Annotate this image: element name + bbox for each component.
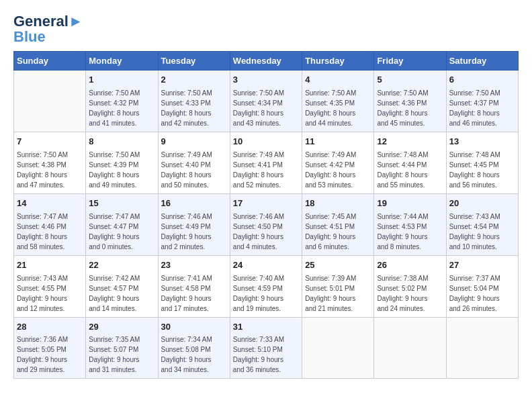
day-info: Sunrise: 7:48 AM Sunset: 4:44 PM Dayligh… <box>377 150 443 190</box>
calendar-cell: 19Sunrise: 7:44 AM Sunset: 4:53 PM Dayli… <box>374 193 446 255</box>
day-info: Sunrise: 7:43 AM Sunset: 4:55 PM Dayligh… <box>17 273 83 314</box>
day-info: Sunrise: 7:41 AM Sunset: 4:58 PM Dayligh… <box>161 273 227 314</box>
calendar-cell: 13Sunrise: 7:48 AM Sunset: 4:45 PM Dayli… <box>446 132 518 194</box>
day-info: Sunrise: 7:49 AM Sunset: 4:42 PM Dayligh… <box>305 150 371 190</box>
day-number: 9 <box>161 136 227 148</box>
calendar-cell: 17Sunrise: 7:46 AM Sunset: 4:50 PM Dayli… <box>230 193 302 255</box>
day-number: 6 <box>449 74 515 87</box>
day-info: Sunrise: 7:43 AM Sunset: 4:54 PM Dayligh… <box>449 212 515 252</box>
day-number: 2 <box>161 74 227 87</box>
calendar-cell: 28Sunrise: 7:36 AM Sunset: 5:05 PM Dayli… <box>14 317 86 379</box>
day-number: 21 <box>17 259 83 272</box>
calendar-cell: 29Sunrise: 7:35 AM Sunset: 5:07 PM Dayli… <box>86 317 158 379</box>
header-cell-wednesday: Wednesday <box>230 52 302 71</box>
calendar-table: SundayMondayTuesdayWednesdayThursdayFrid… <box>13 51 519 379</box>
day-number: 11 <box>305 136 371 148</box>
day-number: 3 <box>233 74 299 87</box>
day-info: Sunrise: 7:38 AM Sunset: 5:02 PM Dayligh… <box>377 273 443 314</box>
day-number: 23 <box>161 259 227 272</box>
calendar-cell: 30Sunrise: 7:34 AM Sunset: 5:08 PM Dayli… <box>158 317 230 379</box>
calendar-week-4: 28Sunrise: 7:36 AM Sunset: 5:05 PM Dayli… <box>14 317 519 379</box>
day-info: Sunrise: 7:39 AM Sunset: 5:01 PM Dayligh… <box>305 273 371 314</box>
day-info: Sunrise: 7:49 AM Sunset: 4:40 PM Dayligh… <box>161 150 227 190</box>
calendar-cell: 25Sunrise: 7:39 AM Sunset: 5:01 PM Dayli… <box>302 255 374 317</box>
day-number: 5 <box>377 74 443 87</box>
day-info: Sunrise: 7:50 AM Sunset: 4:37 PM Dayligh… <box>449 88 515 128</box>
day-number: 13 <box>449 136 515 148</box>
calendar-cell: 4Sunrise: 7:50 AM Sunset: 4:35 PM Daylig… <box>302 71 374 132</box>
day-number: 15 <box>89 197 154 210</box>
calendar-cell <box>302 317 374 379</box>
calendar-cell: 15Sunrise: 7:47 AM Sunset: 4:47 PM Dayli… <box>86 193 158 255</box>
calendar-cell: 8Sunrise: 7:50 AM Sunset: 4:39 PM Daylig… <box>86 132 158 194</box>
day-info: Sunrise: 7:46 AM Sunset: 4:49 PM Dayligh… <box>161 212 227 252</box>
day-info: Sunrise: 7:50 AM Sunset: 4:33 PM Dayligh… <box>161 88 227 128</box>
header-cell-thursday: Thursday <box>302 52 374 71</box>
calendar-header: SundayMondayTuesdayWednesdayThursdayFrid… <box>14 52 519 71</box>
calendar-cell: 21Sunrise: 7:43 AM Sunset: 4:55 PM Dayli… <box>14 255 86 317</box>
day-info: Sunrise: 7:42 AM Sunset: 4:57 PM Dayligh… <box>89 273 154 314</box>
day-info: Sunrise: 7:33 AM Sunset: 5:10 PM Dayligh… <box>233 334 299 375</box>
calendar-cell: 14Sunrise: 7:47 AM Sunset: 4:46 PM Dayli… <box>14 193 86 255</box>
header-cell-sunday: Sunday <box>14 52 86 71</box>
calendar-cell: 6Sunrise: 7:50 AM Sunset: 4:37 PM Daylig… <box>446 71 518 132</box>
day-number: 30 <box>161 321 227 334</box>
day-number: 7 <box>17 136 83 148</box>
day-info: Sunrise: 7:47 AM Sunset: 4:47 PM Dayligh… <box>89 212 154 252</box>
logo-text: General► <box>13 13 83 30</box>
day-number: 20 <box>449 197 515 210</box>
day-number: 17 <box>233 197 299 210</box>
logo-blue: ► <box>69 13 83 30</box>
calendar-cell: 9Sunrise: 7:49 AM Sunset: 4:40 PM Daylig… <box>158 132 230 194</box>
day-info: Sunrise: 7:47 AM Sunset: 4:46 PM Dayligh… <box>17 212 83 252</box>
logo-blue-text: Blue <box>13 30 83 44</box>
calendar-cell: 3Sunrise: 7:50 AM Sunset: 4:34 PM Daylig… <box>230 71 302 132</box>
day-info: Sunrise: 7:34 AM Sunset: 5:08 PM Dayligh… <box>161 334 227 375</box>
calendar-week-1: 7Sunrise: 7:50 AM Sunset: 4:38 PM Daylig… <box>14 132 519 194</box>
day-info: Sunrise: 7:45 AM Sunset: 4:51 PM Dayligh… <box>305 212 371 252</box>
header-row: SundayMondayTuesdayWednesdayThursdayFrid… <box>14 52 519 71</box>
calendar-cell: 20Sunrise: 7:43 AM Sunset: 4:54 PM Dayli… <box>446 193 518 255</box>
day-number: 28 <box>17 321 83 334</box>
header-cell-friday: Friday <box>374 52 446 71</box>
day-number: 18 <box>305 197 371 210</box>
calendar-cell <box>446 317 518 379</box>
day-info: Sunrise: 7:49 AM Sunset: 4:41 PM Dayligh… <box>233 150 299 190</box>
day-info: Sunrise: 7:50 AM Sunset: 4:32 PM Dayligh… <box>89 88 154 128</box>
calendar-cell <box>14 71 86 132</box>
day-info: Sunrise: 7:40 AM Sunset: 4:59 PM Dayligh… <box>233 273 299 314</box>
calendar-cell: 1Sunrise: 7:50 AM Sunset: 4:32 PM Daylig… <box>86 71 158 132</box>
day-number: 4 <box>305 74 371 87</box>
day-info: Sunrise: 7:44 AM Sunset: 4:53 PM Dayligh… <box>377 212 443 252</box>
day-info: Sunrise: 7:46 AM Sunset: 4:50 PM Dayligh… <box>233 212 299 252</box>
day-info: Sunrise: 7:35 AM Sunset: 5:07 PM Dayligh… <box>89 334 154 375</box>
day-info: Sunrise: 7:36 AM Sunset: 5:05 PM Dayligh… <box>17 334 83 375</box>
day-number: 12 <box>377 136 443 148</box>
header-cell-tuesday: Tuesday <box>158 52 230 71</box>
day-number: 10 <box>233 136 299 148</box>
calendar-cell: 22Sunrise: 7:42 AM Sunset: 4:57 PM Dayli… <box>86 255 158 317</box>
calendar-cell: 2Sunrise: 7:50 AM Sunset: 4:33 PM Daylig… <box>158 71 230 132</box>
day-info: Sunrise: 7:48 AM Sunset: 4:45 PM Dayligh… <box>449 150 515 190</box>
page-header: General► Blue <box>13 13 519 44</box>
calendar-cell: 5Sunrise: 7:50 AM Sunset: 4:36 PM Daylig… <box>374 71 446 132</box>
day-number: 27 <box>449 259 515 272</box>
calendar-cell: 7Sunrise: 7:50 AM Sunset: 4:38 PM Daylig… <box>14 132 86 194</box>
day-info: Sunrise: 7:50 AM Sunset: 4:34 PM Dayligh… <box>233 88 299 128</box>
header-cell-monday: Monday <box>86 52 158 71</box>
header-cell-saturday: Saturday <box>446 52 518 71</box>
day-info: Sunrise: 7:50 AM Sunset: 4:36 PM Dayligh… <box>377 88 443 128</box>
day-info: Sunrise: 7:50 AM Sunset: 4:39 PM Dayligh… <box>89 150 154 190</box>
calendar-cell: 31Sunrise: 7:33 AM Sunset: 5:10 PM Dayli… <box>230 317 302 379</box>
calendar-cell: 11Sunrise: 7:49 AM Sunset: 4:42 PM Dayli… <box>302 132 374 194</box>
calendar-cell: 27Sunrise: 7:37 AM Sunset: 5:04 PM Dayli… <box>446 255 518 317</box>
day-number: 26 <box>377 259 443 272</box>
calendar-cell: 12Sunrise: 7:48 AM Sunset: 4:44 PM Dayli… <box>374 132 446 194</box>
calendar-cell: 16Sunrise: 7:46 AM Sunset: 4:49 PM Dayli… <box>158 193 230 255</box>
day-number: 1 <box>89 74 154 87</box>
calendar-body: 1Sunrise: 7:50 AM Sunset: 4:32 PM Daylig… <box>14 71 519 379</box>
calendar-week-0: 1Sunrise: 7:50 AM Sunset: 4:32 PM Daylig… <box>14 71 519 132</box>
calendar-cell: 18Sunrise: 7:45 AM Sunset: 4:51 PM Dayli… <box>302 193 374 255</box>
calendar-cell <box>374 317 446 379</box>
day-number: 22 <box>89 259 154 272</box>
